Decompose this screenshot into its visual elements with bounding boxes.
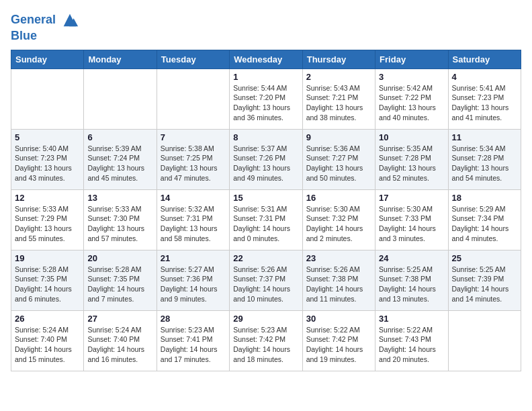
day-info: Sunrise: 5:38 AM Sunset: 7:25 PM Dayligh… <box>161 144 226 183</box>
day-number: 7 <box>161 132 226 142</box>
calendar-cell: 14Sunrise: 5:32 AM Sunset: 7:31 PM Dayli… <box>157 189 229 250</box>
calendar-cell: 26Sunrise: 5:24 AM Sunset: 7:40 PM Dayli… <box>11 310 84 371</box>
day-info: Sunrise: 5:40 AM Sunset: 7:23 PM Dayligh… <box>15 144 80 183</box>
calendar-cell: 19Sunrise: 5:28 AM Sunset: 7:35 PM Dayli… <box>11 250 84 310</box>
day-info: Sunrise: 5:22 AM Sunset: 7:42 PM Dayligh… <box>306 325 371 365</box>
day-info: Sunrise: 5:27 AM Sunset: 7:36 PM Dayligh… <box>161 265 226 304</box>
calendar-week-3: 12Sunrise: 5:33 AM Sunset: 7:29 PM Dayli… <box>11 189 521 250</box>
day-info: Sunrise: 5:33 AM Sunset: 7:29 PM Dayligh… <box>15 204 80 244</box>
calendar-cell: 7Sunrise: 5:38 AM Sunset: 7:25 PM Daylig… <box>157 129 229 189</box>
logo: General Blue <box>11 11 79 43</box>
calendar-cell <box>448 310 521 371</box>
day-number: 25 <box>452 253 517 263</box>
day-number: 3 <box>379 72 444 82</box>
calendar-cell <box>84 68 157 129</box>
col-header-thursday: Thursday <box>302 50 375 68</box>
calendar-cell: 24Sunrise: 5:25 AM Sunset: 7:38 PM Dayli… <box>375 250 448 310</box>
day-number: 2 <box>306 72 371 82</box>
calendar-cell: 2Sunrise: 5:43 AM Sunset: 7:21 PM Daylig… <box>302 68 375 129</box>
calendar-cell: 5Sunrise: 5:40 AM Sunset: 7:23 PM Daylig… <box>11 129 84 189</box>
col-header-tuesday: Tuesday <box>157 50 229 68</box>
day-number: 31 <box>379 314 444 324</box>
day-number: 17 <box>379 193 444 203</box>
calendar-week-2: 5Sunrise: 5:40 AM Sunset: 7:23 PM Daylig… <box>11 129 521 189</box>
calendar-week-1: 1Sunrise: 5:44 AM Sunset: 7:20 PM Daylig… <box>11 68 521 129</box>
calendar-header-row: SundayMondayTuesdayWednesdayThursdayFrid… <box>11 50 521 68</box>
day-number: 14 <box>161 193 226 203</box>
day-number: 28 <box>161 314 226 324</box>
calendar-cell <box>157 68 229 129</box>
day-number: 27 <box>87 314 152 324</box>
day-number: 10 <box>379 132 444 142</box>
day-info: Sunrise: 5:23 AM Sunset: 7:41 PM Dayligh… <box>161 325 226 365</box>
day-info: Sunrise: 5:35 AM Sunset: 7:28 PM Dayligh… <box>379 144 444 183</box>
calendar-week-4: 19Sunrise: 5:28 AM Sunset: 7:35 PM Dayli… <box>11 250 521 310</box>
day-number: 22 <box>233 253 298 263</box>
calendar-cell: 22Sunrise: 5:26 AM Sunset: 7:37 PM Dayli… <box>230 250 302 310</box>
day-info: Sunrise: 5:28 AM Sunset: 7:35 PM Dayligh… <box>87 265 152 304</box>
day-number: 15 <box>233 193 298 203</box>
calendar-cell: 23Sunrise: 5:26 AM Sunset: 7:38 PM Dayli… <box>302 250 375 310</box>
logo-text: General <box>11 11 79 30</box>
calendar-cell: 12Sunrise: 5:33 AM Sunset: 7:29 PM Dayli… <box>11 189 84 250</box>
day-number: 18 <box>452 193 517 203</box>
calendar-cell: 21Sunrise: 5:27 AM Sunset: 7:36 PM Dayli… <box>157 250 229 310</box>
calendar-cell: 15Sunrise: 5:31 AM Sunset: 7:31 PM Dayli… <box>230 189 302 250</box>
day-info: Sunrise: 5:43 AM Sunset: 7:21 PM Dayligh… <box>306 83 371 123</box>
day-number: 9 <box>306 132 371 142</box>
logo-blue-text: Blue <box>11 30 79 43</box>
day-info: Sunrise: 5:22 AM Sunset: 7:43 PM Dayligh… <box>379 325 444 365</box>
calendar-cell: 3Sunrise: 5:42 AM Sunset: 7:22 PM Daylig… <box>375 68 448 129</box>
day-number: 12 <box>15 193 80 203</box>
day-number: 23 <box>306 253 371 263</box>
day-info: Sunrise: 5:28 AM Sunset: 7:35 PM Dayligh… <box>15 265 80 304</box>
day-info: Sunrise: 5:31 AM Sunset: 7:31 PM Dayligh… <box>233 204 298 244</box>
calendar-cell: 28Sunrise: 5:23 AM Sunset: 7:41 PM Dayli… <box>157 310 229 371</box>
day-number: 24 <box>379 253 444 263</box>
calendar-cell: 31Sunrise: 5:22 AM Sunset: 7:43 PM Dayli… <box>375 310 448 371</box>
day-info: Sunrise: 5:39 AM Sunset: 7:24 PM Dayligh… <box>87 144 152 183</box>
day-info: Sunrise: 5:24 AM Sunset: 7:40 PM Dayligh… <box>87 325 152 365</box>
day-number: 13 <box>87 193 152 203</box>
day-number: 11 <box>452 132 517 142</box>
day-info: Sunrise: 5:42 AM Sunset: 7:22 PM Dayligh… <box>379 83 444 123</box>
day-number: 21 <box>161 253 226 263</box>
day-number: 26 <box>15 314 80 324</box>
day-number: 29 <box>233 314 298 324</box>
day-info: Sunrise: 5:44 AM Sunset: 7:20 PM Dayligh… <box>233 83 298 123</box>
calendar-table: SundayMondayTuesdayWednesdayThursdayFrid… <box>11 50 521 371</box>
day-info: Sunrise: 5:30 AM Sunset: 7:33 PM Dayligh… <box>379 204 444 244</box>
calendar-cell: 1Sunrise: 5:44 AM Sunset: 7:20 PM Daylig… <box>230 68 302 129</box>
calendar-cell <box>11 68 84 129</box>
col-header-sunday: Sunday <box>11 50 84 68</box>
calendar-cell: 16Sunrise: 5:30 AM Sunset: 7:32 PM Dayli… <box>302 189 375 250</box>
calendar-cell: 9Sunrise: 5:36 AM Sunset: 7:27 PM Daylig… <box>302 129 375 189</box>
calendar-cell: 6Sunrise: 5:39 AM Sunset: 7:24 PM Daylig… <box>84 129 157 189</box>
day-info: Sunrise: 5:36 AM Sunset: 7:27 PM Dayligh… <box>306 144 371 183</box>
day-info: Sunrise: 5:26 AM Sunset: 7:38 PM Dayligh… <box>306 265 371 304</box>
day-info: Sunrise: 5:29 AM Sunset: 7:34 PM Dayligh… <box>452 204 517 244</box>
calendar-cell: 25Sunrise: 5:25 AM Sunset: 7:39 PM Dayli… <box>448 250 521 310</box>
day-number: 6 <box>87 132 152 142</box>
calendar-cell: 30Sunrise: 5:22 AM Sunset: 7:42 PM Dayli… <box>302 310 375 371</box>
day-info: Sunrise: 5:30 AM Sunset: 7:32 PM Dayligh… <box>306 204 371 244</box>
day-info: Sunrise: 5:41 AM Sunset: 7:23 PM Dayligh… <box>452 83 517 123</box>
day-info: Sunrise: 5:23 AM Sunset: 7:42 PM Dayligh… <box>233 325 298 365</box>
calendar-cell: 18Sunrise: 5:29 AM Sunset: 7:34 PM Dayli… <box>448 189 521 250</box>
logo-icon <box>60 11 79 30</box>
day-number: 30 <box>306 314 371 324</box>
col-header-friday: Friday <box>375 50 448 68</box>
day-info: Sunrise: 5:24 AM Sunset: 7:40 PM Dayligh… <box>15 325 80 365</box>
day-number: 19 <box>15 253 80 263</box>
day-number: 20 <box>87 253 152 263</box>
calendar-cell: 11Sunrise: 5:34 AM Sunset: 7:28 PM Dayli… <box>448 129 521 189</box>
col-header-saturday: Saturday <box>448 50 521 68</box>
calendar-cell: 8Sunrise: 5:37 AM Sunset: 7:26 PM Daylig… <box>230 129 302 189</box>
calendar-cell: 17Sunrise: 5:30 AM Sunset: 7:33 PM Dayli… <box>375 189 448 250</box>
day-info: Sunrise: 5:26 AM Sunset: 7:37 PM Dayligh… <box>233 265 298 304</box>
day-number: 1 <box>233 72 298 82</box>
calendar-week-5: 26Sunrise: 5:24 AM Sunset: 7:40 PM Dayli… <box>11 310 521 371</box>
day-info: Sunrise: 5:33 AM Sunset: 7:30 PM Dayligh… <box>87 204 152 244</box>
day-number: 5 <box>15 132 80 142</box>
calendar-cell: 13Sunrise: 5:33 AM Sunset: 7:30 PM Dayli… <box>84 189 157 250</box>
